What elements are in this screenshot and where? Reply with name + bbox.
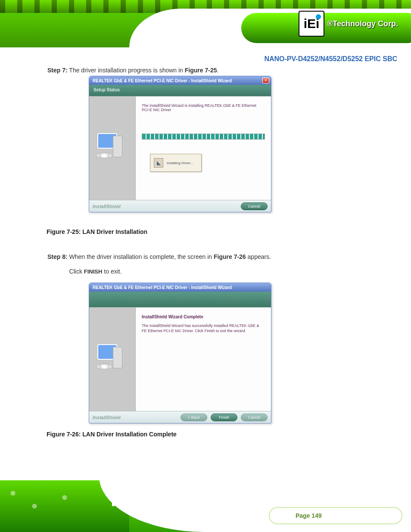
step-8-body1: When the driver installation is complete…	[69, 253, 214, 260]
step-8-body2: appears.	[248, 253, 271, 260]
logo-area: iEi ®Technology Corp.	[299, 11, 398, 37]
document-title: NANO-PV-D4252/N4552/D5252 EPIC SBC	[264, 55, 397, 63]
page-number-pill: Page 149	[269, 507, 402, 524]
brand-tagline: ®Technology Corp.	[327, 19, 398, 28]
setup-status-header: Setup Status	[89, 85, 271, 96]
content-panel-2: InstallShield Wizard Complete The Instal…	[136, 308, 271, 411]
computer-icon-2	[97, 344, 128, 374]
installer-2-footer: InstallShield < Back Finish Cancel	[89, 411, 271, 423]
install-message: The InstallShield Wizard is installing R…	[142, 103, 265, 112]
installing-popup: ◣ Installing Driver...	[150, 154, 202, 172]
progress-fill	[142, 134, 265, 139]
step-7-figref: Figure 7-25	[185, 67, 217, 74]
installer-footer: InstallShield Cancel	[89, 200, 271, 212]
step-8-block: Step 8: When the driver installation is …	[47, 250, 349, 279]
back-button[interactable]: < Back	[181, 414, 207, 421]
step-7-suffix: .	[217, 67, 219, 74]
installshield-brand: InstallShield	[93, 204, 121, 209]
content-panel: The InstallShield Wizard is installing R…	[136, 96, 271, 200]
cancel-button-2[interactable]: Cancel	[241, 414, 268, 421]
computer-icon	[97, 133, 128, 163]
side-panel	[89, 96, 136, 200]
cancel-button[interactable]: Cancel	[241, 202, 268, 210]
titlebar-text: REALTEK GbE & FE Ethernet PCI-E NIC Driv…	[93, 78, 232, 83]
button-row: < Back Finish Cancel	[181, 414, 268, 421]
header-band-2	[89, 292, 271, 307]
close-icon[interactable]: ×	[262, 78, 269, 84]
progress-bar: ◣ Installing Driver...	[142, 134, 265, 140]
step-8-body4: to exit.	[104, 268, 121, 275]
figure-7-26-caption: Figure 7-26: LAN Driver Installation Com…	[47, 431, 177, 438]
complete-message: The InstallShield Wizard has successfull…	[142, 324, 265, 333]
finish-button[interactable]: Finish	[211, 414, 237, 421]
page-number: Page 149	[296, 512, 322, 519]
side-panel-2	[89, 308, 136, 411]
iei-logo-icon: iEi	[299, 11, 324, 37]
step-8-finish-ref: Finish	[84, 268, 103, 275]
titlebar: REALTEK GbE & FE Ethernet PCI-E NIC Driv…	[89, 76, 271, 85]
step-7-line: Step 7: The driver installation progress…	[47, 67, 218, 74]
titlebar-2-text: REALTEK GbE & FE Ethernet PCI-E NIC Driv…	[93, 285, 232, 290]
installer-2-body: InstallShield Wizard Complete The Instal…	[89, 307, 271, 411]
figure-7-25-caption: Figure 7-25: LAN Driver Installation	[47, 228, 147, 235]
complete-heading: InstallShield Wizard Complete	[142, 314, 265, 319]
step-8-body3: Click	[69, 268, 84, 275]
installshield-brand-2: InstallShield	[93, 415, 121, 420]
installer-popup-icon: ◣	[154, 158, 163, 168]
page-footer: Page 149	[0, 480, 411, 532]
footer-curve	[112, 454, 327, 506]
page-header: iEi ®Technology Corp.	[0, 0, 411, 47]
step-7-label: Step 7:	[47, 67, 68, 74]
installing-popup-text: Installing Driver...	[167, 161, 193, 165]
titlebar-2: REALTEK GbE & FE Ethernet PCI-E NIC Driv…	[89, 283, 271, 292]
step-8-figref: Figure 7-26	[214, 253, 246, 260]
step-8-label: Step 8:	[47, 253, 68, 260]
installer-progress-window: REALTEK GbE & FE Ethernet PCI-E NIC Driv…	[89, 76, 271, 212]
step-7-body: The driver installation progress is show…	[69, 67, 184, 74]
installer-complete-window: REALTEK GbE & FE Ethernet PCI-E NIC Driv…	[89, 283, 271, 423]
installer-body: The InstallShield Wizard is installing R…	[89, 96, 271, 200]
